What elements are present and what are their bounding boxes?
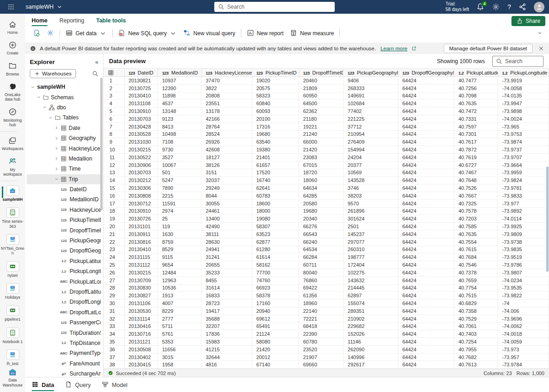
- tree-row-surchargeamo-[interactable]: eˣSurchargeAmo...: [27, 369, 102, 377]
- collapse-explorer-icon[interactable]: «: [95, 59, 98, 65]
- grid-scrollbar[interactable]: [546, 166, 549, 272]
- rail-item-notebook-1[interactable]: </>Notebook 1: [0, 325, 25, 347]
- preview-search[interactable]: [492, 56, 544, 67]
- new-measure-button[interactable]: New measure: [287, 27, 337, 40]
- row-number: 29: [103, 292, 124, 300]
- rail-item-time-series-363[interactable]: </>Time series-363: [0, 204, 25, 231]
- get-data-button[interactable]: Get data: [62, 27, 110, 40]
- learn-more-link[interactable]: Learn more: [380, 46, 408, 51]
- global-search[interactable]: [214, 2, 335, 12]
- tree-row-pickuplatitude[interactable]: 1.2PickupLatitude: [27, 256, 102, 266]
- settings-button[interactable]: [492, 3, 500, 11]
- new-report-button[interactable]: New report: [244, 27, 287, 40]
- rail-item-my-workspace[interactable]: My workspace: [0, 154, 25, 180]
- tree-row-dropoffgeogra-[interactable]: 123DropoffGeogra...: [27, 246, 102, 256]
- feedback-button[interactable]: [518, 3, 527, 11]
- tree-row-tripdurationse-[interactable]: 123TripDurationSe...: [27, 328, 102, 338]
- table-cell: 19680: [299, 207, 343, 215]
- explorer-scrollbar[interactable]: [100, 78, 103, 210]
- rail-item-home[interactable]: Home: [0, 17, 25, 38]
- chevron-down-icon[interactable]: [53, 177, 60, 182]
- tree-row-pickuplatlong[interactable]: ABCPickupLatLong: [27, 276, 102, 286]
- tree-row-medallion[interactable]: Medallion: [27, 154, 102, 164]
- tree-row-time[interactable]: Time: [27, 164, 102, 174]
- tree-row-hackneylicens-[interactable]: 123HackneyLicens...: [27, 205, 102, 215]
- chevron-right-icon[interactable]: [53, 156, 60, 161]
- tree-row-pickuptimeid[interactable]: 123PickupTimeID: [27, 215, 102, 225]
- tree-row-tables[interactable]: Tables: [27, 113, 102, 123]
- rail-item-browse[interactable]: Browse: [0, 59, 25, 79]
- chevron-right-icon[interactable]: [53, 125, 60, 130]
- tree-row-pickuplongitude[interactable]: 1.2PickupLongitude: [27, 266, 102, 276]
- global-search-input[interactable]: [227, 4, 331, 10]
- rail-item-create[interactable]: Create: [0, 38, 25, 58]
- chevron-down-icon[interactable]: [41, 105, 48, 110]
- rail-item-samplewh[interactable]: sampleWH: [0, 183, 25, 204]
- table-cell: 8455: [201, 276, 252, 284]
- account-avatar[interactable]: [534, 2, 544, 12]
- model-icon: [102, 381, 109, 389]
- tree-row-dateid[interactable]: 123DateID: [27, 184, 102, 194]
- settings-button[interactable]: [43, 27, 57, 40]
- rail-item-pipeline1[interactable]: pipeline1: [0, 302, 25, 324]
- chevron-right-icon[interactable]: [53, 136, 60, 141]
- view-tab-model[interactable]: Model: [102, 377, 127, 392]
- rail-item-monitoring-hub[interactable]: Monitoring hub: [0, 105, 25, 130]
- new-item-button[interactable]: [30, 27, 43, 40]
- tree-row-passengercount[interactable]: 123PassengerCount: [27, 317, 102, 328]
- tree-row-samplewh[interactable]: sampleWH: [27, 82, 102, 92]
- help-button[interactable]: ?: [507, 3, 511, 11]
- table-row: 2120130911163038111635236654314523764424…: [103, 230, 549, 238]
- collapse-ribbon-icon[interactable]: [537, 30, 543, 36]
- column-header-dropoffgeographyid: 123DropoffGeographyID: [398, 69, 454, 77]
- table-cell: 38111: [201, 230, 252, 238]
- tree-row-dropofftimeid[interactable]: 123DropoffTimeID: [27, 225, 102, 235]
- table-row: 2820130830105363161466923694222144456442…: [103, 284, 549, 292]
- view-tab-data[interactable]: Data: [32, 377, 54, 392]
- new-sql-query-button[interactable]: SQLNew SQL query: [115, 27, 180, 40]
- notifications-button[interactable]: 4: [476, 3, 484, 11]
- table-cell: 62362: [299, 107, 343, 115]
- share-button[interactable]: Share: [511, 16, 545, 26]
- tree-row-medallionid[interactable]: 123MedallionID: [27, 194, 102, 204]
- tab-home[interactable]: Home: [32, 17, 48, 25]
- add-warehouses-button[interactable]: Warehouses: [30, 69, 76, 78]
- rail-item-nytaxi-green[interactable]: NYTaxi_Green: [0, 231, 25, 258]
- manage-dataset-button[interactable]: Manage default Power BI dataset: [444, 44, 533, 53]
- app-launcher-icon[interactable]: [0, 0, 22, 14]
- tree-row-dropofflatitude[interactable]: 1.2DropoffLatitude: [27, 287, 102, 297]
- close-banner-icon[interactable]: [538, 45, 544, 52]
- table-cell: 64424: [398, 322, 454, 330]
- tree-row-schemas[interactable]: Schemas: [27, 92, 102, 102]
- view-tab-query[interactable]: Query: [65, 377, 91, 392]
- rail-item-workspaces[interactable]: Workspaces: [0, 133, 25, 154]
- rail-item-nytaxi[interactable]: nytaxi: [0, 258, 25, 280]
- rail-item-holidays[interactable]: Holidays: [0, 280, 25, 302]
- table-cell: -74.0135: [498, 92, 549, 100]
- new-visual-query-button[interactable]: New visual query: [180, 27, 238, 40]
- explorer-search-icon[interactable]: [92, 70, 98, 77]
- tree-row-dropofflatlong[interactable]: ABCDropoffLatLong: [27, 307, 102, 317]
- chevron-down-icon[interactable]: [47, 115, 54, 120]
- chevron-down-icon[interactable]: [29, 85, 36, 90]
- chevron-down-icon[interactable]: [35, 95, 42, 100]
- tree-row-trip[interactable]: Trip: [27, 174, 102, 184]
- rail-item-onelake-data-hub[interactable]: OneLake data hub: [0, 79, 25, 105]
- artifact-title[interactable]: sampleWH: [26, 4, 62, 10]
- chevron-right-icon[interactable]: [53, 146, 60, 151]
- preview-search-input[interactable]: [505, 58, 540, 64]
- tree-row-paymenttype[interactable]: ABCPaymentType: [27, 348, 102, 358]
- tree-row-tripdistancemil-[interactable]: 1.2TripDistanceMil...: [27, 338, 102, 348]
- tab-table-tools[interactable]: Table tools: [96, 17, 126, 25]
- tree-row-hackneylicen-[interactable]: HackneyLicen...: [27, 143, 102, 153]
- rail-item-data-warehouse[interactable]: Data Warehouse: [0, 365, 25, 390]
- tree-row-date[interactable]: Date: [27, 123, 102, 133]
- tab-reporting[interactable]: Reporting: [60, 17, 84, 25]
- tree-row-fareamount[interactable]: eˣFareAmount: [27, 359, 102, 369]
- tree-row-pickupgeograp-[interactable]: 123PickupGeograp...: [27, 236, 102, 246]
- table-cell: 64424: [398, 307, 454, 315]
- tree-row-dbo[interactable]: dbo: [27, 102, 102, 113]
- chevron-right-icon[interactable]: [53, 166, 60, 172]
- tree-row-geography[interactable]: Geography: [27, 133, 102, 143]
- tree-row-dropofflongitu-[interactable]: 1.2DropoffLongitu...: [27, 297, 102, 307]
